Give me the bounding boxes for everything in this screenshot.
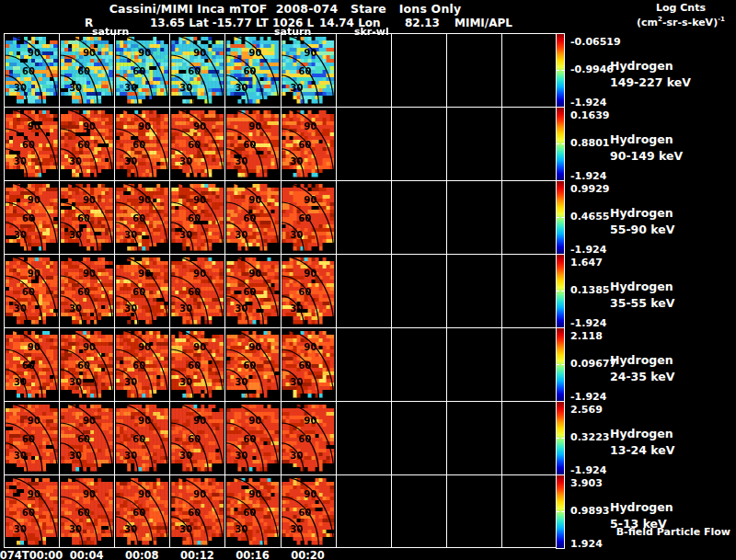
ephemeris-org: MIMI/APL [454,17,512,29]
time-axis-tick: 074T00:00 [0,549,63,560]
mimi-display: Cassini/MIMI Inca mTOF 2008-074 Stare Io… [0,0,736,560]
colorbar-mid-label: -0.9946 [570,63,614,75]
energy-label: 24-35 keV [610,370,674,383]
colorbar-max-label: 2.569 [570,404,603,416]
energy-label: 35-55 keV [610,296,674,310]
species-label: Hydrogen [610,280,673,293]
event-marker-skr-wl: skr-wl [354,26,389,38]
colorbar-min-label: -1.924 [570,170,606,182]
colorbar-max-label: 0.1639 [570,109,609,121]
time-axis-tick: 00:08 [125,549,159,560]
colorbar-mid-label: 0.8801 [570,137,609,149]
log-units-line1: Log Cnts [628,2,733,14]
event-marker-saturn: saturn [274,26,311,38]
colorbar [556,33,565,108]
energy-label: 149-227 keV [610,75,691,89]
spectrogram-grid-canvas [4,33,557,548]
colorbar-mid-label: 0.1385 [570,284,609,296]
colorbar [556,401,565,475]
colorbar-max-label: 1.647 [570,257,603,269]
main-title: Cassini/MIMI Inca mTOF 2008-074 Stare Io… [0,2,570,16]
colorbar-mid-label: 0.9893 [570,505,609,517]
bfield-note: B-field Particle Flow [616,526,730,538]
species-label: Hydrogen [610,353,673,367]
species-label: Hydrogen [610,427,673,440]
time-axis-tick: 00:20 [291,549,325,560]
time-axis-tick: 00:16 [236,549,270,560]
species-label: Hydrogen [610,206,673,220]
species-label: Hydrogen [610,132,673,146]
event-marker-saturn: saturn [92,26,129,38]
colorbar [556,254,565,328]
colorbar-min-label: -1.924 [570,97,606,109]
energy-label: 55-90 keV [610,223,674,236]
colorbar-min-label: -1.924 [570,464,606,476]
ephemeris-lon-value: 82.13 [405,17,440,29]
colorbar-min-label: 1.924 [570,538,603,550]
energy-label: 13-24 keV [610,443,674,457]
species-label: Hydrogen [610,59,673,73]
colorbar [556,327,565,402]
colorbar-mid-label: 0.3223 [570,431,609,443]
colorbar-max-label: 3.903 [570,477,603,489]
colorbar-max-label: 2.118 [570,330,603,342]
energy-label: 90-149 keV [610,149,683,163]
colorbar [556,474,565,549]
colorbar-max-label: 0.9929 [570,183,609,195]
colorbar-max-label: -0.06519 [570,36,621,48]
colorbar-min-label: -1.924 [570,317,606,329]
colorbar-min-label: -1.924 [570,391,606,403]
time-axis-tick: 00:04 [70,549,104,560]
colorbar-min-label: -1.924 [570,244,606,256]
time-axis-tick: 00:12 [180,549,214,560]
colorbar-mid-label: 0.4655 [570,211,609,223]
species-label: Hydrogen [610,500,673,514]
colorbar [556,180,565,255]
colorbar [556,107,565,181]
